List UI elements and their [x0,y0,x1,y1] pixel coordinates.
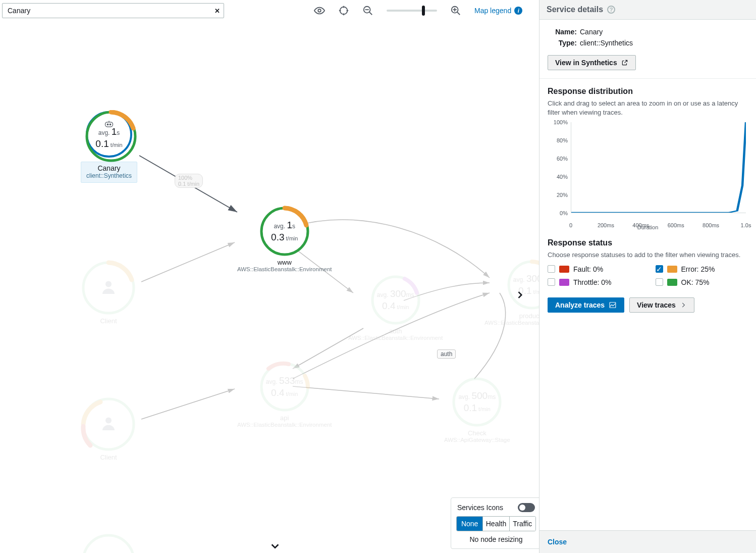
chevron-right-icon[interactable] [515,290,525,301]
svg-rect-35 [610,302,616,308]
seg-none[interactable]: None [457,517,482,531]
throttle-swatch [559,279,569,286]
view-in-synthetics-button[interactable]: View in Synthetics [548,55,636,70]
chevron-right-icon [680,301,687,309]
external-link-icon [621,59,628,66]
node-label-card: Canary client::Synthetics [81,162,137,183]
edge-badge: 100%0.1 t/min [175,174,203,188]
fault-label: Fault: 0% [573,265,603,273]
svg-point-0 [318,9,321,12]
svg-point-32 [454,379,500,425]
node-label: Client [100,317,117,325]
help-icon[interactable]: ? [607,6,615,14]
visibility-icon[interactable] [314,5,325,16]
error-swatch [667,266,677,273]
map-legend-label: Map legend [474,7,511,15]
search-input[interactable] [2,3,224,18]
svg-line-14 [141,242,235,282]
response-status-title: Response status [548,238,748,247]
response-distribution-title: Response distribution [548,87,748,96]
svg-point-28 [105,418,112,424]
node-client-1[interactable]: Client [83,263,134,325]
chevron-down-icon[interactable] [269,540,281,553]
zoom-in-icon[interactable] [450,5,461,16]
ok-checkbox[interactable] [656,278,663,286]
fault-swatch [559,266,569,273]
ok-label: OK: 75% [681,278,710,286]
svg-point-26 [105,281,112,287]
resize-mode-segmented: None Health Traffic [456,516,536,531]
svg-point-1 [340,7,348,15]
service-details-panel: Service details ? Name:Canary Type:clien… [539,0,756,553]
service-icons-label: Services Icons [457,504,503,512]
error-label: Error: 25% [681,265,715,273]
node-label: www [278,259,292,266]
clear-search-icon[interactable]: ✕ [214,7,220,15]
throttle-checkbox[interactable] [548,278,555,286]
node-partial[interactable] [83,535,134,553]
node-sub: AWS::ElasticBeanstalk::Environment [237,266,332,272]
user-icon [99,551,118,554]
node-sub: AWS::ApiGateway::Stage [444,437,510,443]
svg-point-22 [110,124,111,125]
response-status-desc: Choose response statuses to add to the f… [548,250,748,260]
user-icon [99,278,118,298]
response-distribution-desc: Click and drag to select an area to zoom… [548,99,748,117]
node-api[interactable]: avg. 533ms 0.4 t/min api AWS::ElasticBea… [237,364,332,428]
panel-title: Service details [547,5,603,14]
svg-rect-20 [105,122,113,127]
robot-icon [104,120,114,130]
ok-swatch [667,279,677,286]
tooltip-auth: auth [437,349,456,359]
node-canary[interactable]: avg. 1s 0.1 t/min Canary client::Synthet… [81,111,137,183]
svg-line-15 [141,389,235,419]
node-sub: AWS::ElasticBeanstalk::Environment [348,335,443,341]
response-distribution-chart[interactable]: 0%20%40%60%80%100% 0200ms400ms600ms800ms… [548,122,748,228]
name-key: Name: [548,28,577,36]
name-value: Canary [580,28,603,36]
node-label: api [280,414,289,422]
type-value: client::Synthetics [580,39,633,47]
seg-traffic[interactable]: Traffic [509,517,535,531]
type-key: Type: [548,39,577,47]
map-legend-link[interactable]: Map legend i [474,7,522,15]
analyze-traces-button[interactable]: Analyze traces [548,297,624,313]
node-auth[interactable]: avg. 300ms 0.4 t/min auth AWS::ElasticBe… [348,277,443,341]
throttle-label: Throttle: 0% [573,278,611,286]
node-label: Check [468,429,487,437]
zoom-slider[interactable] [387,10,437,12]
node-www[interactable]: avg. 1s 0.3 t/min www AWS::ElasticBeanst… [237,208,332,272]
node-label: auth [389,327,402,335]
service-map[interactable]: avg. 1s 0.1 t/min Canary client::Synthet… [0,25,535,545]
zoom-out-icon[interactable] [362,5,373,16]
svg-line-7 [369,12,372,15]
svg-line-10 [457,12,460,15]
chart-line-icon [609,301,617,309]
svg-point-21 [107,124,109,125]
node-client-2[interactable]: Client [83,399,134,461]
close-link[interactable]: Close [548,538,567,546]
node-label: Client [100,454,117,461]
fault-checkbox[interactable] [548,265,555,273]
node-check[interactable]: avg. 500ms 0.1 t/min Check AWS::ApiGatew… [444,379,510,443]
chart-xlabel: Duration [637,224,659,230]
map-options: Services Icons None Health Traffic No no… [451,497,542,549]
info-icon: i [514,7,522,15]
error-checkbox[interactable]: ✓ [656,265,663,273]
seg-health[interactable]: Health [482,517,509,531]
service-icons-toggle[interactable] [518,503,535,512]
node-sub: AWS::ElasticBeanstalk::Environment [237,422,332,428]
options-footer: No node resizing [451,535,541,543]
target-icon[interactable] [338,5,349,16]
view-traces-button[interactable]: View traces [629,297,694,313]
user-icon [99,415,118,434]
